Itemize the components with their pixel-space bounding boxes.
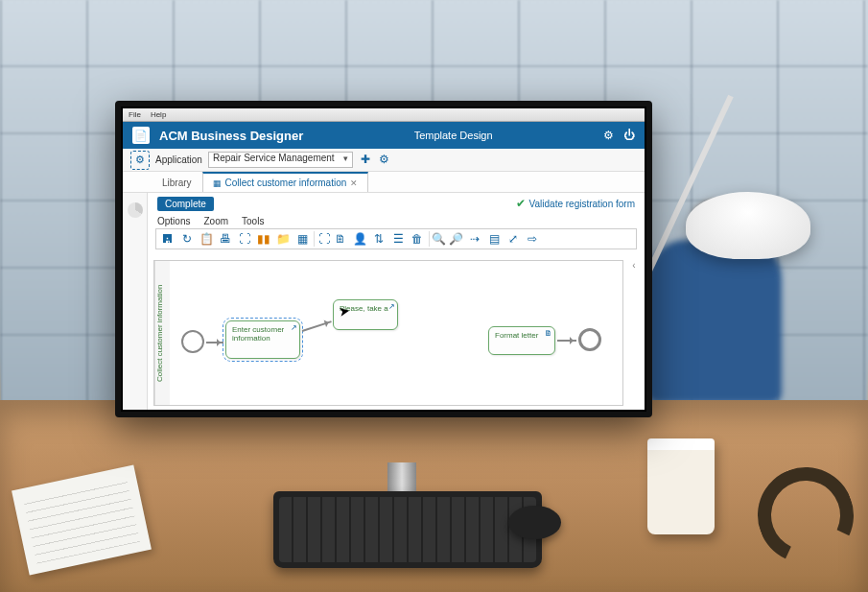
end-event[interactable] [578,328,601,351]
tab-row: Library ▦ Collect customer information ✕ [123,172,645,193]
clipboard-icon[interactable]: 📋 [199,231,214,247]
task-type-icon: ↗ [291,323,297,332]
menu-help[interactable]: Help [151,110,166,119]
chart-icon[interactable] [128,202,143,218]
grid-icon[interactable]: ▦ [294,231,310,247]
left-sidebar [123,193,148,410]
titlebar-subtitle: Template Design [313,130,594,141]
menu-tools[interactable]: Tools [242,216,264,226]
menu-options[interactable]: Options [157,216,190,226]
zoom-out-icon[interactable]: 🔎 [448,231,463,247]
connector-icon[interactable]: ⇢ [467,231,482,247]
task-format-letter[interactable]: 🗎 Format letter [488,326,555,355]
zoom-fit-icon[interactable]: ⛶ [237,231,252,247]
tab-active-label: Collect customer information [225,178,347,188]
app-config-icon[interactable]: ⚙ [130,151,150,170]
flow-arrow [206,342,223,343]
crop-icon[interactable]: ⛶ [314,231,329,247]
layout-icon[interactable]: ▤ [486,231,502,247]
task1-label: Enter customer information [232,325,284,343]
flow-arrow [557,340,576,342]
application-label: Application [155,154,202,165]
menu-file[interactable]: File [129,110,141,119]
list-icon[interactable]: ☰ [390,231,406,247]
validate-label: Validate registration form [529,199,635,209]
menu-zoom[interactable]: Zoom [203,216,228,226]
mouse-cursor-icon: ➤ [338,302,352,320]
task-type-icon: ↗ [388,302,395,311]
main-panel: Complete ✔ Validate registration form Op… [148,193,645,410]
zoom-in-icon[interactable]: 🔍 [429,231,444,247]
checkmark-icon: ✔ [516,197,526,210]
flow-arrow [302,320,332,331]
power-icon[interactable]: ⏻ [623,129,635,142]
user-icon[interactable]: 👤 [352,231,367,247]
status-row: Complete ✔ Validate registration form [148,193,645,214]
align-icon[interactable]: ▮▮ [256,231,271,247]
tab-library-label: Library [162,178,192,188]
app-logo-icon: 📄 [132,127,150,144]
process-canvas[interactable]: Collect customer information ↗ Enter cus… [153,260,623,406]
app-name: ACM Business Designer [159,129,303,143]
toolbar: 🖪 ↻ 📋 🖶 ⛶ ▮▮ 📁 ▦ ⛶ 🗎 👤 ⇅ ☰ 🗑 [155,228,637,249]
settings-icon[interactable]: ⚙ [603,129,614,142]
application-settings-icon[interactable]: ⚙ [378,154,391,167]
delete-icon[interactable]: 🗑 [410,231,425,247]
task-enter-customer-info[interactable]: ↗ Enter customer information [225,320,300,359]
link-icon[interactable]: ⇨ [525,231,540,247]
start-event[interactable] [181,330,204,353]
application-row: ⚙ Application Repair Service Management … [123,149,645,172]
folder-icon[interactable]: 📁 [275,231,291,247]
document-icon[interactable]: 🗎 [333,231,348,247]
status-badge: Complete [157,197,214,211]
document-icon: 🗎 [545,329,552,338]
task3-label: Format letter [495,331,538,340]
os-menubar: File Help [123,108,645,122]
tab-close-icon[interactable]: ✕ [350,178,358,188]
add-application-icon[interactable]: ✚ [359,154,372,167]
application-select[interactable]: Repair Service Management [208,152,353,168]
save-icon[interactable]: 🖪 [160,231,176,247]
tab-collect-customer-info[interactable]: ▦ Collect customer information ✕ [202,172,369,192]
tab-library[interactable]: Library [152,173,202,192]
refresh-icon[interactable]: ↻ [179,231,195,247]
expand-icon[interactable]: ⤢ [505,231,521,247]
titlebar: 📄 ACM Business Designer Template Design … [123,122,645,149]
sort-icon[interactable]: ⇅ [371,231,387,247]
lane-label: Collect customer information [154,261,170,405]
validate-link[interactable]: ✔ Validate registration form [516,197,635,210]
toolbar-menu: Options Zoom Tools [148,214,645,226]
process-icon: ▦ [213,178,222,188]
print-icon[interactable]: 🖶 [218,231,233,247]
collapse-panel-icon[interactable]: ‹ [627,260,641,271]
